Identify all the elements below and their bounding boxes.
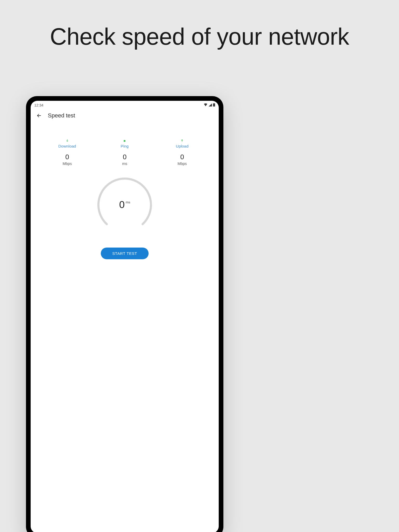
svg-rect-0 [213, 104, 215, 107]
status-bar: 12:34 [31, 101, 219, 110]
arrow-down-icon [65, 138, 69, 143]
status-time: 12:34 [34, 103, 43, 107]
battery-icon [213, 103, 215, 107]
gauge-unit: ms [126, 200, 130, 204]
metric-ping: Ping 0 ms [96, 138, 153, 166]
app-bar: Speed test [31, 110, 219, 121]
marketing-heading: Check speed of your network [0, 0, 399, 51]
metric-download-value: 0 [38, 153, 96, 161]
metric-download: Download 0 Mbps [38, 138, 96, 166]
metric-ping-value: 0 [96, 153, 153, 161]
metric-download-unit: Mbps [38, 162, 96, 166]
gauge-value: 0 [119, 199, 125, 210]
back-button[interactable] [36, 112, 42, 119]
metrics-row: Download 0 Mbps Ping 0 ms Upload 0 Mbps [31, 121, 219, 166]
arrow-up-icon [180, 138, 184, 143]
device-frame: 12:34 Speed test [26, 96, 223, 532]
metric-upload-label: Upload [154, 144, 211, 148]
app-bar-title: Speed test [48, 112, 75, 119]
device-screen: 12:34 Speed test [31, 101, 219, 532]
signal-icon [209, 103, 212, 107]
metric-ping-unit: ms [96, 162, 153, 166]
metric-upload-value: 0 [154, 153, 211, 161]
ping-dot-icon [124, 139, 125, 143]
gauge: 0 ms [31, 175, 219, 235]
metric-upload-unit: Mbps [154, 162, 211, 166]
svg-rect-1 [214, 103, 214, 104]
metric-upload: Upload 0 Mbps [154, 138, 211, 166]
status-icons [204, 103, 215, 107]
start-test-button[interactable]: START TEST [101, 248, 149, 259]
arrow-left-icon [36, 113, 42, 118]
wifi-icon [204, 103, 208, 107]
metric-ping-label: Ping [96, 144, 153, 148]
metric-download-label: Download [38, 144, 96, 148]
